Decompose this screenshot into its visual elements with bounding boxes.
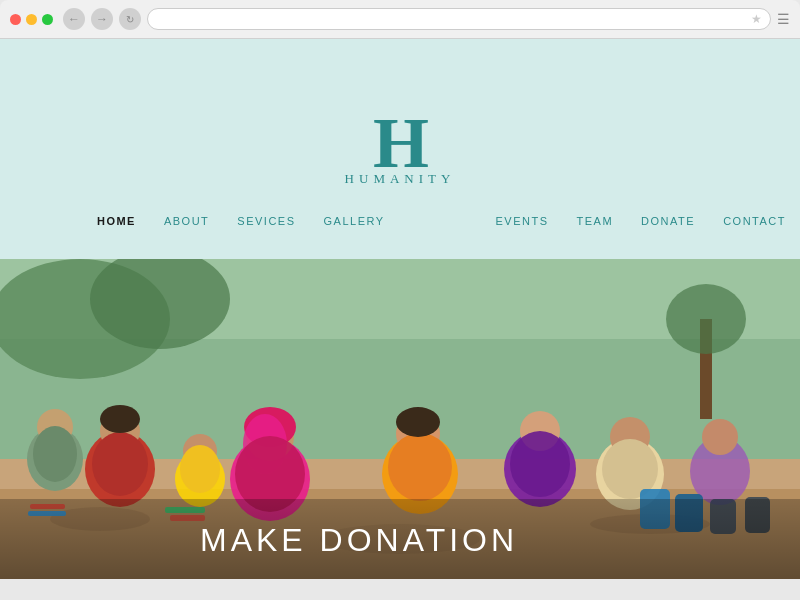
back-button[interactable]: ← (63, 8, 85, 30)
logo-area: H HUMANITY (345, 107, 456, 187)
minimize-button[interactable] (26, 14, 37, 25)
traffic-lights (10, 14, 53, 25)
svg-point-25 (388, 433, 452, 501)
forward-button[interactable]: → (91, 8, 113, 30)
close-button[interactable] (10, 14, 21, 25)
svg-point-17 (100, 405, 140, 433)
svg-point-45 (180, 445, 220, 493)
nav-item-services[interactable]: SEVICES (223, 211, 309, 231)
browser-chrome: ← → ↻ ★ ☰ (0, 0, 800, 39)
website-content: H HUMANITY HOME ABOUT SEVICES GALLERY EV… (0, 39, 800, 579)
logo-name: HUMANITY (345, 171, 456, 187)
nav-item-contact[interactable]: CONTACT (709, 211, 800, 231)
browser-controls: ← → ↻ ★ ☰ (10, 8, 790, 30)
svg-point-13 (33, 426, 77, 482)
maximize-button[interactable] (42, 14, 53, 25)
svg-point-34 (702, 419, 738, 455)
svg-point-29 (510, 431, 570, 497)
svg-point-16 (92, 432, 148, 496)
refresh-button[interactable]: ↻ (119, 8, 141, 30)
cta-text[interactable]: MAKE DONATION (200, 522, 518, 559)
hero-section: MAKE DONATION (0, 259, 800, 579)
bookmark-icon[interactable]: ★ (751, 12, 762, 26)
nav-item-events[interactable]: EVENTS (482, 211, 563, 231)
nav-item-donate[interactable]: DONATE (627, 211, 709, 231)
logo-letter: H (373, 107, 427, 179)
nav-item-home[interactable]: HOME (83, 211, 150, 231)
svg-point-26 (396, 407, 440, 437)
menu-button[interactable]: ☰ (777, 11, 790, 27)
site-header: H HUMANITY HOME ABOUT SEVICES GALLERY EV… (0, 39, 800, 259)
nav-item-gallery[interactable]: GALLERY (310, 211, 399, 231)
hero-overlay: MAKE DONATION (0, 499, 800, 579)
nav-item-team[interactable]: TEAM (563, 211, 628, 231)
nav-bar: HOME ABOUT SEVICES GALLERY EVENTS TEAM D… (0, 211, 800, 231)
nav-item-about[interactable]: ABOUT (150, 211, 223, 231)
address-bar[interactable]: ★ (147, 8, 771, 30)
svg-point-10 (666, 284, 746, 354)
